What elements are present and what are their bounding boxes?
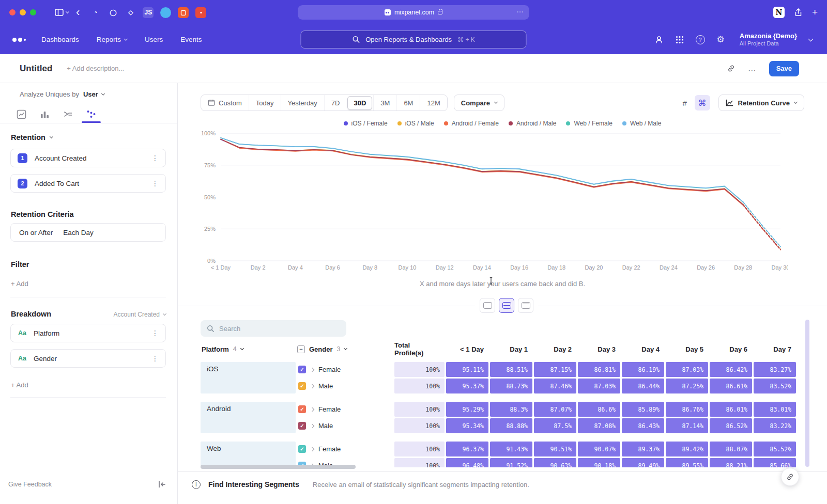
criteria-interval[interactable]: Each Day bbox=[63, 229, 94, 237]
retention-cell[interactable]: 90.07% bbox=[578, 442, 620, 456]
retention-cell[interactable]: 91.52% bbox=[490, 458, 532, 467]
retention-cell[interactable]: 87.03% bbox=[666, 362, 708, 377]
retention-cell[interactable]: 83.27% bbox=[754, 362, 796, 377]
command-shortcut-icon[interactable]: ⌘ bbox=[695, 95, 710, 111]
retention-cell[interactable]: 89.49% bbox=[622, 458, 664, 467]
maximize-window-icon[interactable] bbox=[30, 9, 36, 15]
retention-section-heading[interactable]: Retention bbox=[11, 133, 53, 141]
help-icon[interactable]: ? bbox=[696, 35, 705, 44]
nav-item-users[interactable]: Users bbox=[145, 36, 163, 43]
chart-line-web-female[interactable] bbox=[221, 138, 743, 202]
retention-cell[interactable]: 91.43% bbox=[490, 442, 532, 456]
browser-app-icon[interactable]: ▢ bbox=[178, 7, 189, 18]
chart-line-web-male[interactable] bbox=[743, 202, 780, 246]
date-range-3m[interactable]: 3M bbox=[373, 95, 396, 111]
close-window-icon[interactable] bbox=[9, 9, 16, 15]
kebab-menu-icon[interactable]: ⋮ bbox=[151, 154, 159, 162]
browser-app-icon[interactable]: ◯ bbox=[108, 7, 118, 18]
retention-cell[interactable]: 86.19% bbox=[622, 362, 664, 377]
retention-cell[interactable]: 86.81% bbox=[578, 362, 620, 377]
retention-cell[interactable]: 86.44% bbox=[622, 379, 664, 393]
horizontal-scrollbar[interactable] bbox=[201, 465, 356, 469]
share-icon[interactable] bbox=[794, 8, 803, 17]
gear-icon[interactable]: ⚙ bbox=[717, 34, 725, 45]
tab-funnels[interactable] bbox=[40, 106, 50, 123]
back-button[interactable]: ‹ bbox=[76, 7, 80, 18]
give-feedback-link[interactable]: Give Feedback bbox=[8, 481, 52, 488]
add-description[interactable]: + Add description... bbox=[67, 65, 124, 72]
column-header-day-2[interactable]: Day 2 bbox=[534, 345, 576, 353]
share-link-fab[interactable] bbox=[781, 468, 799, 486]
global-search[interactable]: Open Reports & Dashboards ⌘ + K bbox=[301, 30, 527, 49]
retention-cell[interactable]: 96.48% bbox=[446, 458, 488, 467]
platform-cell[interactable]: iOS bbox=[201, 362, 296, 393]
retention-cell[interactable]: 95.29% bbox=[446, 402, 488, 417]
gender-cell[interactable]: ✓Male bbox=[297, 379, 393, 393]
checkbox-icon[interactable]: ✓ bbox=[298, 422, 306, 430]
address-more-icon[interactable]: … bbox=[516, 6, 524, 14]
date-range-yesterday[interactable]: Yesterday bbox=[281, 95, 324, 111]
retention-cell[interactable]: 87.25% bbox=[666, 379, 708, 393]
retention-cell[interactable]: 95.11% bbox=[446, 362, 488, 377]
retention-cell[interactable]: 95.34% bbox=[446, 418, 488, 433]
retention-cell[interactable]: 88.3% bbox=[490, 402, 532, 417]
retention-step[interactable]: 2Added To Cart⋮ bbox=[10, 174, 166, 193]
vertical-scrollbar[interactable] bbox=[805, 320, 809, 467]
retention-cell[interactable]: 88.88% bbox=[490, 418, 532, 433]
apps-grid-icon[interactable] bbox=[676, 36, 684, 44]
account-switcher[interactable]: Amazonia {Demo} All Project Data bbox=[740, 32, 797, 48]
gender-cell[interactable]: ✓Male bbox=[297, 418, 393, 433]
retention-cell[interactable]: 86.43% bbox=[622, 418, 664, 433]
retention-cell[interactable]: 90.63% bbox=[534, 458, 576, 467]
date-range-today[interactable]: Today bbox=[249, 95, 281, 111]
nav-item-dashboards[interactable]: Dashboards bbox=[41, 36, 79, 43]
retention-step[interactable]: 1Account Created⋮ bbox=[10, 149, 166, 167]
retention-cell[interactable]: 87.03% bbox=[578, 379, 620, 393]
tab-retention[interactable] bbox=[86, 106, 96, 123]
criteria-mode[interactable]: On or After bbox=[19, 229, 53, 237]
retention-cell[interactable]: 86.52% bbox=[710, 418, 752, 433]
checkbox-icon[interactable]: ✓ bbox=[298, 405, 306, 413]
table-search[interactable] bbox=[201, 320, 346, 337]
legend-item-ios-male[interactable]: iOS / Male bbox=[397, 120, 434, 127]
platform-cell[interactable]: Android bbox=[201, 402, 296, 433]
browser-sidebar-icon[interactable] bbox=[55, 9, 69, 16]
gender-cell[interactable]: ✓Female bbox=[297, 402, 393, 417]
column-header-total-profile-s[interactable]: Total Profile(s) bbox=[394, 341, 445, 357]
more-menu-icon[interactable]: … bbox=[748, 64, 757, 73]
retention-cell[interactable]: 88.21% bbox=[710, 458, 752, 467]
retention-cell[interactable]: 87.5% bbox=[534, 418, 576, 433]
retention-cell[interactable]: 90.51% bbox=[534, 442, 576, 456]
table-search-input[interactable] bbox=[219, 325, 340, 333]
view-split-button[interactable] bbox=[499, 298, 514, 313]
chart-line-android-female[interactable] bbox=[221, 139, 743, 206]
retention-cell[interactable]: 86.42% bbox=[710, 362, 752, 377]
view-table-only-button[interactable] bbox=[518, 298, 533, 313]
find-segments-link[interactable]: Find Interesting Segments bbox=[208, 480, 299, 489]
nav-item-reports[interactable]: Reports bbox=[97, 36, 127, 43]
browser-app-icon[interactable]: ▪ bbox=[195, 7, 206, 18]
column-header-day-4[interactable]: Day 4 bbox=[622, 345, 664, 353]
checkbox-icon[interactable]: ✓ bbox=[298, 445, 306, 453]
retention-cell[interactable]: 87.14% bbox=[666, 418, 708, 433]
retention-cell[interactable]: 83.52% bbox=[754, 379, 796, 393]
report-title[interactable]: Untitled bbox=[20, 64, 52, 74]
retention-cell[interactable]: 86.61% bbox=[710, 379, 752, 393]
column-header-day-3[interactable]: Day 3 bbox=[578, 345, 620, 353]
retention-cell[interactable]: 87.08% bbox=[578, 418, 620, 433]
checkbox-icon[interactable]: ✓ bbox=[298, 382, 306, 390]
tab-flows[interactable] bbox=[63, 106, 73, 123]
browser-app-icon[interactable]: ◔ bbox=[90, 7, 101, 18]
legend-item-ios-female[interactable]: iOS / Female bbox=[344, 120, 388, 127]
retention-cell[interactable]: 87.46% bbox=[534, 379, 576, 393]
retention-cell[interactable]: 96.37% bbox=[446, 442, 488, 456]
mixpanel-logo[interactable] bbox=[12, 38, 26, 42]
date-range-12m[interactable]: 12M bbox=[420, 95, 447, 111]
column-header-1-day[interactable]: < 1 Day bbox=[446, 345, 488, 353]
kebab-menu-icon[interactable]: ⋮ bbox=[151, 329, 159, 337]
breakdown-context-dropdown[interactable]: Account Created bbox=[114, 311, 166, 318]
breakdown-item[interactable]: AaGender⋮ bbox=[10, 349, 166, 368]
address-bar[interactable]: mixpanel.com … bbox=[298, 5, 529, 20]
date-range-7d[interactable]: 7D bbox=[324, 95, 347, 111]
analyze-entity-dropdown[interactable]: User bbox=[83, 90, 104, 98]
